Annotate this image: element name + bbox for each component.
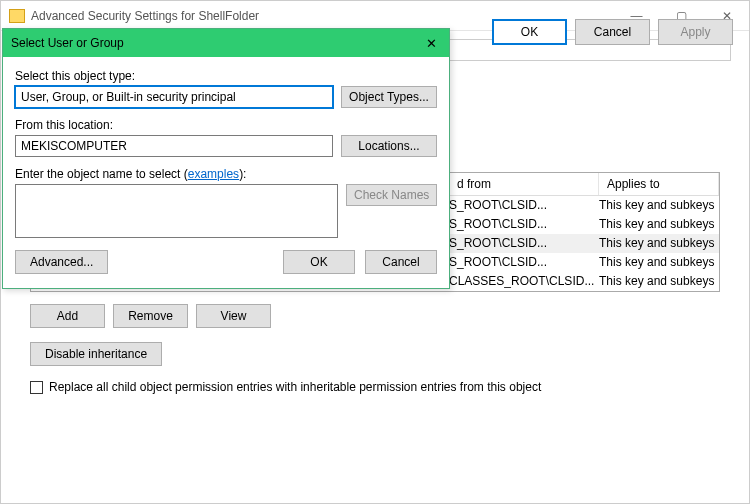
- cell-inherited: S_ROOT\CLSID...: [449, 255, 599, 270]
- cell-inherited: S_ROOT\CLSID...: [449, 236, 599, 251]
- dialog-ok-button[interactable]: OK: [283, 250, 355, 274]
- cell-inherited: S_ROOT\CLSID...: [449, 198, 599, 213]
- cell-applies: This key and subkeys: [599, 198, 719, 213]
- examples-link[interactable]: examples: [188, 167, 239, 181]
- cell-applies: This key and subkeys: [599, 236, 719, 251]
- cell-inherited: CLASSES_ROOT\CLSID...: [449, 274, 599, 289]
- dialog-close-button[interactable]: ✕: [421, 33, 441, 53]
- folder-icon: [9, 9, 25, 23]
- cell-applies: This key and subkeys: [599, 274, 719, 289]
- object-type-label: Select this object type:: [15, 69, 437, 83]
- disable-inheritance-button[interactable]: Disable inheritance: [30, 342, 162, 366]
- dialog-titlebar: Select User or Group ✕: [3, 29, 449, 57]
- dialog-title: Select User or Group: [11, 36, 421, 50]
- cell-applies: This key and subkeys: [599, 255, 719, 270]
- add-button[interactable]: Add: [30, 304, 105, 328]
- remove-button[interactable]: Remove: [113, 304, 188, 328]
- check-names-button[interactable]: Check Names: [346, 184, 437, 206]
- select-user-group-dialog: Select User or Group ✕ Select this objec…: [2, 28, 450, 289]
- replace-checkbox[interactable]: [30, 381, 43, 394]
- location-label: From this location:: [15, 118, 437, 132]
- cancel-button[interactable]: Cancel: [575, 19, 650, 45]
- cell-inherited: S_ROOT\CLSID...: [449, 217, 599, 232]
- object-name-input[interactable]: [15, 184, 338, 238]
- apply-button[interactable]: Apply: [658, 19, 733, 45]
- location-field[interactable]: MEKISCOMPUTER: [15, 135, 333, 157]
- ok-button[interactable]: OK: [492, 19, 567, 45]
- object-type-field[interactable]: User, Group, or Built-in security princi…: [15, 86, 333, 108]
- advanced-button[interactable]: Advanced...: [15, 250, 108, 274]
- col-inherited[interactable]: d from: [449, 173, 599, 195]
- locations-button[interactable]: Locations...: [341, 135, 437, 157]
- cell-applies: This key and subkeys: [599, 217, 719, 232]
- replace-checkbox-label: Replace all child object permission entr…: [49, 380, 541, 394]
- col-applies[interactable]: Applies to: [599, 173, 719, 195]
- enter-name-label: Enter the object name to select (example…: [15, 167, 437, 181]
- view-button[interactable]: View: [196, 304, 271, 328]
- object-types-button[interactable]: Object Types...: [341, 86, 437, 108]
- dialog-cancel-button[interactable]: Cancel: [365, 250, 437, 274]
